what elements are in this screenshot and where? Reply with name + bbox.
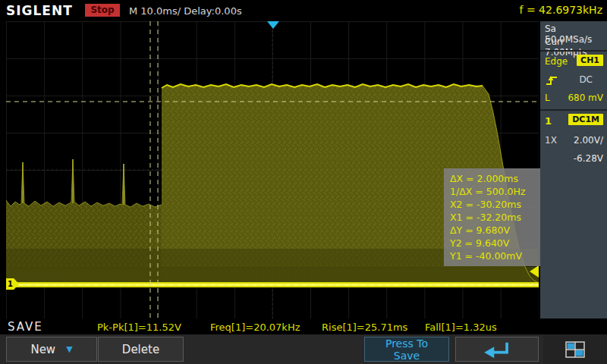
menu-toggle-button[interactable] <box>543 334 607 364</box>
measurement-fall: Fall[1]=1.32us <box>425 322 497 333</box>
sidebar-divider <box>540 109 607 111</box>
chevron-down-icon: ▼ <box>66 345 72 353</box>
trigger-level-row: L 680 mV <box>545 93 603 106</box>
active-menu-label: SAVE <box>8 320 43 334</box>
sidebar-divider <box>540 50 607 52</box>
cursor-y1: Y1 = -40.00mV <box>450 249 544 262</box>
oscilloscope-screen: SIGLENT Stop M 10.0ms/ Delay:0.00s f = 4… <box>0 0 607 364</box>
probe-attenuation: 1X <box>545 135 557 146</box>
cursor-readout-box: ΔX = 2.000ms 1/ΔX = 500.0Hz X2 = -30.20m… <box>444 168 550 266</box>
grid-icon <box>565 341 585 358</box>
delete-button-label: Delete <box>122 343 159 356</box>
waveform-display[interactable]: 1 ΔX = 2.000ms 1/ΔX = 500.0Hz X2 = -30.2… <box>6 21 539 318</box>
timebase-readout[interactable]: M 10.0ms/ Delay:0.00s <box>129 5 242 17</box>
trigger-coupling-row: DC <box>545 74 603 88</box>
channel-coupling-chip[interactable]: DC1M <box>568 114 603 125</box>
top-bar: SIGLENT Stop M 10.0ms/ Delay:0.00s f = 4… <box>0 0 607 21</box>
cursor-x1: X1 = -32.20ms <box>450 211 544 224</box>
channel-number[interactable]: 1 <box>545 115 552 127</box>
right-sidebar: Sa 50.0MSa/s Curr 7.00Mpts Edge CH1 DC L… <box>540 21 607 320</box>
back-button[interactable] <box>455 337 539 362</box>
cursor-inv-dx: 1/ΔX = 500.0Hz <box>450 185 544 198</box>
channel-offset-row: -6.28V <box>545 153 603 167</box>
sample-rate-readout: Sa 50.0MSa/s <box>545 24 603 37</box>
status-bar: SAVE Pk-Pk[1]=11.52V Freq[1]=20.07kHz Ri… <box>0 318 607 334</box>
channel-coupling-row: 1 DC1M <box>545 115 603 129</box>
softkey-menu-bar: New ▼ Delete Press To Save <box>0 334 607 364</box>
new-button-label: New <box>30 343 55 356</box>
trigger-mode-row: Edge CH1 <box>545 56 603 70</box>
measurement-pkpk: Pk-Pk[1]=11.52V <box>97 322 181 333</box>
cursor-dx: ΔX = 2.000ms <box>450 172 544 185</box>
trigger-level-value: 680 mV <box>568 93 603 103</box>
new-button[interactable]: New ▼ <box>6 337 97 362</box>
channel-scale-row: 1X 2.00V/ <box>545 135 603 149</box>
return-arrow-icon <box>480 339 514 360</box>
volts-per-div[interactable]: 2.00V/ <box>574 135 603 146</box>
trigger-source-chip[interactable]: CH1 <box>577 55 603 66</box>
cursor-dy: ΔY = 9.680V <box>450 224 544 237</box>
cursor-x2: X2 = -30.20ms <box>450 198 544 211</box>
frequency-counter: f = 42.6973kHz <box>520 4 602 16</box>
trigger-coupling-label[interactable]: DC <box>579 74 593 85</box>
memory-depth-readout: Curr 7.00Mpts <box>545 36 603 50</box>
trigger-mode-label[interactable]: Edge <box>545 56 568 67</box>
rising-edge-icon <box>545 74 558 86</box>
run-state-badge[interactable]: Stop <box>85 4 120 17</box>
trigger-level-label: L <box>545 93 550 103</box>
delete-button[interactable]: Delete <box>98 337 184 362</box>
press-to-save-button[interactable]: Press To Save <box>364 337 449 362</box>
channel-offset[interactable]: -6.28V <box>574 153 603 164</box>
save-button-line1: Press To <box>385 337 428 350</box>
brand-logo: SIGLENT <box>6 3 73 18</box>
save-button-line2: Save <box>394 350 420 362</box>
measurement-freq: Freq[1]=20.07kHz <box>210 322 300 333</box>
cursor-y2: Y2 = 9.640V <box>450 237 544 249</box>
measurement-rise: Rise[1]=25.71ms <box>322 322 407 333</box>
